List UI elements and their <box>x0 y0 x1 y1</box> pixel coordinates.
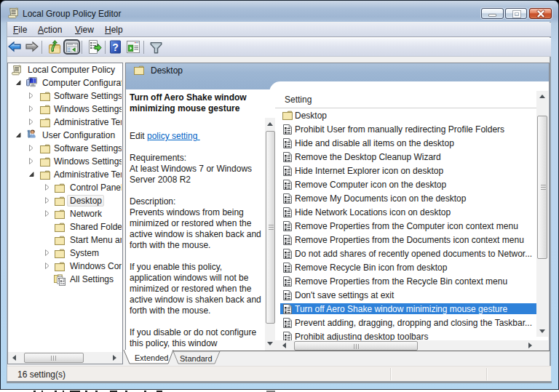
svg-text:?: ? <box>112 41 119 53</box>
